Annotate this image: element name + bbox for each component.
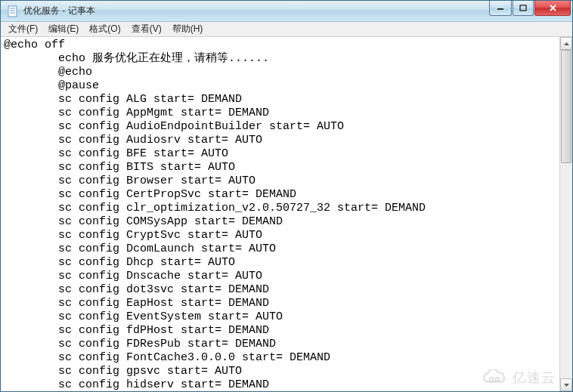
menu-format[interactable]: 格式(O) xyxy=(85,22,126,36)
editor-line: sc config DcomLaunch start= AUTO xyxy=(4,242,559,256)
notepad-icon xyxy=(7,5,19,17)
svg-marker-9 xyxy=(564,384,569,387)
editor-line: sc config CryptSvc start= AUTO xyxy=(4,229,559,242)
minimize-button[interactable] xyxy=(489,1,512,16)
editor-line: sc config FDResPub start= DEMAND xyxy=(4,338,559,351)
text-editor[interactable]: @echo off echo 服务优化正在处理，请稍等...... @echo … xyxy=(1,37,559,391)
editor-line: sc config Dhcp start= AUTO xyxy=(4,256,559,270)
close-button[interactable] xyxy=(534,1,571,16)
maximize-button[interactable] xyxy=(513,1,534,16)
editor-line: sc config BFE start= AUTO xyxy=(4,147,559,161)
editor-line: sc config dot3svc start= DEMAND xyxy=(4,283,559,297)
editor-line: @echo xyxy=(4,66,559,79)
editor-line: sc config Audiosrv start= AUTO xyxy=(4,134,559,147)
editor-line: sc config clr_optimization_v2.0.50727_32… xyxy=(4,202,559,215)
svg-marker-8 xyxy=(564,42,569,45)
menu-file[interactable]: 文件(F) xyxy=(4,22,44,36)
scroll-thumb[interactable] xyxy=(561,50,571,163)
editor-line: sc config Dnscache start= AUTO xyxy=(4,270,559,283)
editor-line: sc config COMSysApp start= DEMAND xyxy=(4,215,559,229)
menu-help[interactable]: 帮助(H) xyxy=(168,22,209,36)
window-title: 优化服务 - 记事本 xyxy=(23,5,95,17)
scroll-track[interactable] xyxy=(560,50,572,378)
menu-edit[interactable]: 编辑(E) xyxy=(44,22,85,36)
editor-line: sc config EapHost start= DEMAND xyxy=(4,297,559,310)
content-wrap: @echo off echo 服务优化正在处理，请稍等...... @echo … xyxy=(1,37,572,391)
titlebar[interactable]: 优化服务 - 记事本 xyxy=(1,1,572,22)
editor-line: @pause xyxy=(4,79,559,93)
scroll-down-button[interactable] xyxy=(560,378,572,391)
menu-view[interactable]: 查看(V) xyxy=(127,22,168,36)
editor-line: sc config ALG start= DEMAND xyxy=(4,93,559,106)
editor-line: sc config Browser start= AUTO xyxy=(4,174,559,188)
title-left: 优化服务 - 记事本 xyxy=(7,5,95,17)
vertical-scrollbar[interactable] xyxy=(559,37,572,391)
editor-line: sc config BITS start= AUTO xyxy=(4,161,559,174)
editor-line: sc config EventSystem start= AUTO xyxy=(4,310,559,324)
editor-line: sc config AppMgmt start= DEMAND xyxy=(4,106,559,120)
editor-line: sc config hidserv start= DEMAND xyxy=(4,378,559,391)
window-controls xyxy=(488,1,571,16)
editor-line: sc config gpsvc start= AUTO xyxy=(4,365,559,378)
editor-line: sc config AudioEndpointBuilder start= AU… xyxy=(4,120,559,134)
editor-line: echo 服务优化正在处理，请稍等...... xyxy=(4,52,559,66)
notepad-window: 优化服务 - 记事本 文件(F) 编辑(E) 格式(O) 查看(V) 帮助(H)… xyxy=(0,0,573,392)
svg-rect-0 xyxy=(8,6,17,17)
svg-rect-5 xyxy=(520,5,526,11)
menubar: 文件(F) 编辑(E) 格式(O) 查看(V) 帮助(H) xyxy=(1,22,572,37)
editor-line: sc config CertPropSvc start= DEMAND xyxy=(4,188,559,202)
editor-line: @echo off xyxy=(4,39,559,52)
editor-line: sc config FontCache3.0.0.0 start= DEMAND xyxy=(4,351,559,365)
scroll-up-button[interactable] xyxy=(560,37,572,50)
editor-line: sc config fdPHost start= DEMAND xyxy=(4,324,559,338)
